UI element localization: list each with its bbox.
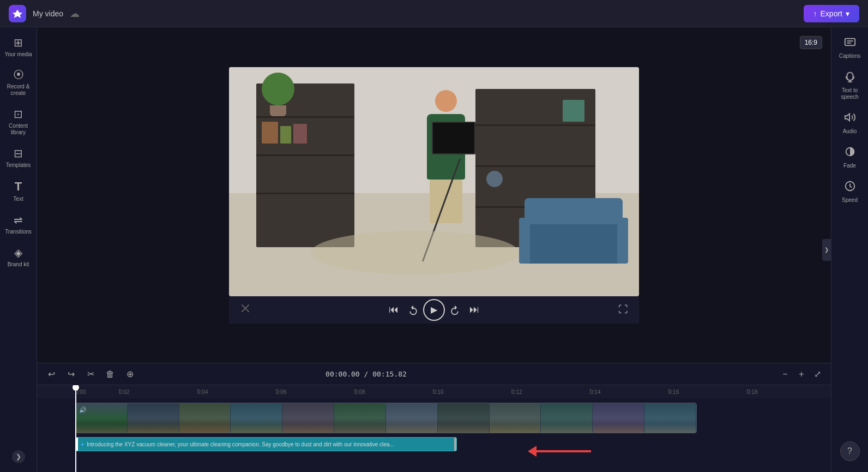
- aspect-ratio-selector[interactable]: 16:9: [800, 36, 822, 49]
- your-media-icon: ⊞: [14, 36, 23, 49]
- skip-to-start-button[interactable]: ⏮: [384, 300, 403, 320]
- topbar: My video ☁ ↑ Export ▾: [0, 0, 868, 27]
- ruler-2: 0:04: [197, 389, 276, 395]
- sidebar-item-transitions[interactable]: ⇌ Transitions: [2, 209, 35, 240]
- ruler-3: 0:06: [276, 389, 354, 395]
- timeline-area: ↩ ↪ ✂ 🗑 ⊕ 00:00.00 / 00:15.82 − + ⤢: [37, 363, 831, 472]
- record-icon: ⦿: [13, 69, 24, 81]
- thumb-5: [282, 403, 334, 433]
- fade-label: Fade: [843, 163, 856, 169]
- content-library-icon: ⊡: [14, 107, 23, 121]
- ruler-8: 0:16: [668, 389, 747, 395]
- forward-button[interactable]: [445, 300, 465, 320]
- ruler-5: 0:10: [433, 389, 511, 395]
- caption-clip-right-handle[interactable]: [454, 438, 456, 451]
- sidebar-item-label: Text: [13, 196, 23, 202]
- playback-controls: ⏮ ▶ ⏭ ⛶: [229, 296, 639, 324]
- sidebar-item-your-media[interactable]: ⊞ Your media: [2, 32, 35, 62]
- carpet: [311, 231, 519, 274]
- right-sidebar: Captions Text tospeech: [831, 27, 868, 472]
- timeline-tracks: 🔊: [37, 398, 831, 456]
- person-figure: [413, 90, 479, 243]
- ruler-marks: 0:00 0:02 0:04 0:06 0:08 0:10 0:12 0:14 …: [75, 389, 825, 395]
- right-sidebar-item-audio[interactable]: Audio: [834, 107, 866, 139]
- cut-toggle-button[interactable]: [240, 303, 251, 316]
- sidebar-item-record[interactable]: ⦿ Record &create: [2, 64, 35, 101]
- video-clip[interactable]: 🔊: [75, 403, 697, 433]
- ruler-1: 0:02: [119, 389, 197, 395]
- left-sidebar: ⊞ Your media ⦿ Record &create ⊡ Contentl…: [0, 27, 37, 472]
- cloud-icon: ☁: [70, 8, 80, 20]
- right-sidebar-item-tts[interactable]: Text tospeech: [834, 66, 866, 105]
- play-button[interactable]: ▶: [423, 299, 445, 321]
- redo-button[interactable]: ↪: [63, 367, 79, 382]
- help-icon: ?: [847, 446, 852, 456]
- scissors-button[interactable]: ✂: [83, 367, 98, 382]
- zoom-in-button[interactable]: +: [795, 368, 808, 381]
- brand-kit-icon: ◈: [14, 246, 22, 259]
- export-label: Export: [821, 9, 842, 18]
- playhead[interactable]: [75, 385, 76, 472]
- audio-icon: [844, 111, 856, 126]
- fade-icon: [844, 146, 856, 160]
- svg-marker-0: [13, 9, 22, 17]
- center-content: 16:9: [37, 27, 831, 472]
- sidebar-item-templates[interactable]: ⊟ Templates: [2, 142, 35, 173]
- caption-clip[interactable]: ✦ Introducing the XYZ vacuum cleaner, yo…: [75, 437, 457, 451]
- room-plant: [262, 73, 294, 116]
- transitions-icon: ⇌: [14, 213, 23, 226]
- sidebar-item-label: Contentlibrary: [9, 123, 28, 136]
- export-button[interactable]: ↑ Export ▾: [804, 5, 859, 22]
- thumb-10: [541, 403, 593, 433]
- undo-button[interactable]: ↩: [44, 367, 59, 382]
- sidebar-item-content-library[interactable]: ⊡ Contentlibrary: [2, 103, 35, 140]
- speed-icon: [844, 180, 856, 195]
- caption-track: ✦ Introducing the XYZ vacuum cleaner, yo…: [75, 437, 831, 452]
- timeline-content[interactable]: 0:00 0:02 0:04 0:06 0:08 0:10 0:12 0:14 …: [37, 385, 831, 472]
- svg-marker-9: [845, 114, 849, 121]
- time-display: 00:00.00 / 00:15.82: [326, 370, 407, 378]
- fit-timeline-button[interactable]: ⤢: [811, 368, 824, 381]
- tv: [432, 122, 475, 154]
- right-sidebar-item-speed[interactable]: Speed: [834, 176, 866, 208]
- tts-label: Text tospeech: [841, 87, 858, 100]
- zoom-out-button[interactable]: −: [779, 368, 792, 381]
- video-preview: [229, 67, 639, 296]
- caption-clip-icon: ✦: [80, 441, 85, 447]
- skip-to-end-button[interactable]: ⏭: [465, 300, 484, 320]
- rewind-button[interactable]: [403, 300, 423, 320]
- left-sidebar-collapse[interactable]: ❯: [12, 450, 25, 463]
- right-sidebar-item-fade[interactable]: Fade: [834, 141, 866, 174]
- time-separator: /: [364, 370, 373, 378]
- fullscreen-button[interactable]: ⛶: [618, 304, 628, 315]
- main-area: ⊞ Your media ⦿ Record &create ⊡ Contentl…: [0, 27, 868, 472]
- add-clip-button[interactable]: ⊕: [122, 367, 137, 382]
- sidebar-item-label: Transitions: [5, 229, 32, 235]
- timeline-toolbar: ↩ ↪ ✂ 🗑 ⊕ 00:00.00 / 00:15.82 − + ⤢: [37, 363, 831, 385]
- sidebar-item-text[interactable]: T Text: [2, 175, 35, 207]
- ruler-6: 0:12: [511, 389, 590, 395]
- sidebar-item-label: Record &create: [7, 83, 30, 97]
- current-time: 00:00.00: [326, 370, 360, 378]
- clip-thumbnails: [76, 403, 696, 433]
- thumb-8: [438, 403, 490, 433]
- sidebar-item-brand-kit[interactable]: ◈ Brand kit: [2, 242, 35, 272]
- right-sidebar-wrapper: ❯ Captions: [831, 27, 868, 472]
- total-time: 00:15.82: [372, 370, 407, 378]
- app-logo: [9, 5, 26, 22]
- sidebar-item-label: Your media: [4, 51, 32, 58]
- right-sidebar-item-captions[interactable]: Captions: [834, 32, 866, 64]
- project-name[interactable]: My video: [33, 9, 63, 18]
- templates-icon: ⊟: [14, 147, 23, 160]
- captions-icon: [844, 36, 856, 51]
- tts-icon: [844, 70, 856, 85]
- ruler-0: 0:00: [75, 389, 119, 395]
- right-sidebar-collapse[interactable]: ❯: [822, 239, 831, 261]
- svg-rect-3: [845, 39, 854, 46]
- delete-button[interactable]: 🗑: [103, 367, 118, 382]
- help-button[interactable]: ?: [840, 441, 860, 461]
- thumb-9: [490, 403, 541, 433]
- export-icon: ↑: [813, 9, 817, 18]
- thumb-2: [128, 403, 179, 433]
- thumb-6: [334, 403, 386, 433]
